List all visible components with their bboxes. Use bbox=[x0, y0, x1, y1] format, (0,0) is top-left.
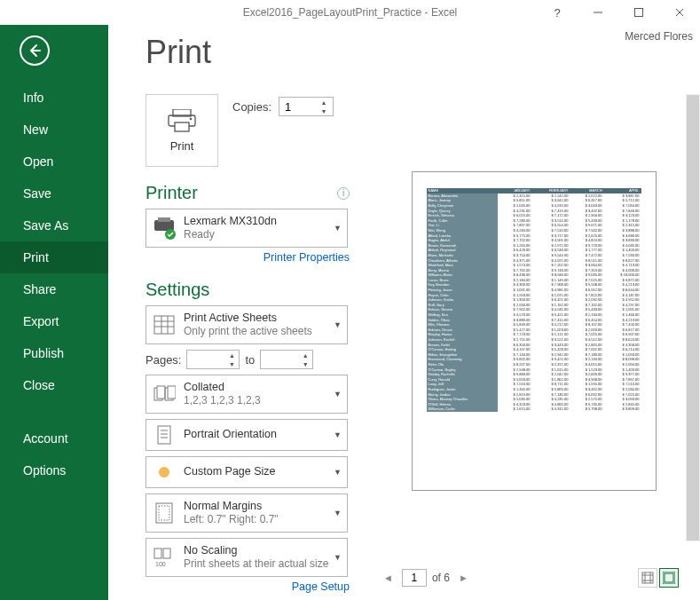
next-page-button[interactable]: ► bbox=[455, 572, 472, 583]
page-title: Print bbox=[146, 34, 700, 71]
printer-properties-link[interactable]: Printer Properties bbox=[146, 251, 350, 264]
spinner-up-icon[interactable]: ▲ bbox=[317, 98, 331, 107]
pagesize-line1: Custom Page Size bbox=[184, 465, 276, 479]
svg-rect-6 bbox=[175, 122, 189, 131]
sidebar-item-save[interactable]: Save bbox=[0, 178, 108, 209]
scaling-line1: No Scaling bbox=[184, 544, 328, 558]
portrait-icon bbox=[152, 422, 177, 447]
preview-page: NAMEJANUARYFEBRUARYMARCHAPRILBarnes, Ale… bbox=[412, 171, 657, 491]
backstage-sidebar: InfoNewOpenSaveSave AsPrintShareExportPu… bbox=[0, 25, 108, 600]
printer-status-icon bbox=[152, 216, 177, 241]
sidebar-item-print[interactable]: Print bbox=[0, 241, 108, 273]
svg-rect-30 bbox=[642, 572, 653, 583]
pages-label: Pages: bbox=[146, 353, 181, 367]
scrollbar-thumb[interactable] bbox=[687, 95, 699, 541]
help-button[interactable]: ? bbox=[537, 0, 578, 25]
chevron-down-icon: ▼ bbox=[334, 390, 342, 399]
print-preview-pane: NAMEJANUARYFEBRUARYMARCHAPRILBarnes, Ale… bbox=[362, 94, 700, 591]
sidebar-item-new[interactable]: New bbox=[0, 114, 108, 146]
sidebar-item-share[interactable]: Share bbox=[0, 273, 108, 305]
sidebar-item-publish[interactable]: Publish bbox=[0, 337, 108, 369]
chevron-down-icon: ▼ bbox=[334, 509, 342, 517]
printer-status: Ready bbox=[184, 228, 277, 241]
copies-label: Copies: bbox=[232, 100, 271, 114]
svg-rect-26 bbox=[159, 506, 169, 520]
pages-to-spinner[interactable]: ▲▼ bbox=[260, 350, 313, 369]
show-margins-button[interactable] bbox=[638, 568, 657, 588]
sidebar-item-options[interactable]: Options bbox=[0, 454, 108, 486]
svg-point-7 bbox=[190, 117, 193, 120]
printer-section-header: Printer bbox=[146, 183, 198, 203]
chevron-down-icon: ▼ bbox=[334, 468, 342, 477]
pages-to-input[interactable] bbox=[261, 353, 298, 367]
scaling-dropdown[interactable]: 100 No Scaling Print sheets at their act… bbox=[146, 538, 348, 577]
zoom-to-page-button[interactable] bbox=[659, 568, 679, 588]
page-number-input[interactable] bbox=[402, 569, 427, 587]
svg-rect-28 bbox=[163, 549, 170, 558]
margins-line2: Left: 0.7" Right: 0.7" bbox=[184, 513, 279, 526]
window-title: Excel2016_PageLayoutPrint_Practice - Exc… bbox=[243, 6, 457, 19]
scaling-icon: 100 bbox=[152, 545, 177, 570]
orientation-line1: Portrait Orientation bbox=[184, 428, 277, 442]
chevron-down-icon: ▼ bbox=[334, 320, 342, 329]
svg-rect-27 bbox=[154, 549, 161, 558]
copies-input[interactable] bbox=[279, 100, 317, 114]
svg-rect-17 bbox=[157, 386, 165, 399]
sidebar-item-account[interactable]: Account bbox=[0, 422, 108, 454]
svg-point-24 bbox=[159, 467, 169, 478]
sheets-icon bbox=[152, 312, 177, 337]
printer-name: Lexmark MX310dn bbox=[184, 215, 277, 229]
sidebar-item-save-as[interactable]: Save As bbox=[0, 209, 108, 241]
pages-from-input[interactable] bbox=[187, 353, 224, 367]
spinner-down-icon[interactable]: ▼ bbox=[317, 107, 331, 115]
close-button[interactable] bbox=[659, 0, 700, 25]
sidebar-item-export[interactable]: Export bbox=[0, 305, 108, 337]
print-button[interactable]: Print bbox=[146, 94, 218, 167]
scrollbar-vertical[interactable] bbox=[686, 94, 700, 541]
sidebar-item-close[interactable]: Close bbox=[0, 369, 108, 401]
collate-line1: Collated bbox=[184, 381, 261, 395]
back-button[interactable] bbox=[20, 36, 50, 66]
pages-from-spinner[interactable]: ▲▼ bbox=[186, 350, 240, 369]
chevron-down-icon: ▼ bbox=[334, 224, 342, 233]
minimize-button[interactable] bbox=[578, 0, 618, 25]
print-what-dropdown[interactable]: Print Active Sheets Only print the activ… bbox=[146, 305, 348, 344]
orientation-dropdown[interactable]: Portrait Orientation ▼ bbox=[146, 419, 348, 451]
pagesize-icon bbox=[152, 460, 177, 485]
printer-icon bbox=[168, 109, 196, 132]
svg-rect-20 bbox=[158, 426, 170, 444]
svg-rect-11 bbox=[154, 316, 174, 334]
print-button-label: Print bbox=[170, 139, 194, 153]
copies-spinner[interactable]: ▲▼ bbox=[279, 97, 334, 116]
page-count-label: of 6 bbox=[432, 572, 450, 584]
back-arrow-icon bbox=[27, 43, 43, 59]
print-what-line2: Only print the active sheets bbox=[184, 325, 312, 338]
chevron-down-icon: ▼ bbox=[334, 430, 342, 439]
sidebar-item-open[interactable]: Open bbox=[0, 146, 108, 178]
collate-icon bbox=[152, 382, 177, 407]
margins-icon bbox=[152, 501, 177, 525]
svg-rect-1 bbox=[635, 9, 643, 17]
settings-section-header: Settings bbox=[146, 280, 209, 300]
collate-dropdown[interactable]: Collated 1,2,3 1,2,3 1,2,3 ▼ bbox=[146, 375, 348, 414]
collate-line2: 1,2,3 1,2,3 1,2,3 bbox=[184, 394, 261, 407]
print-what-line1: Print Active Sheets bbox=[184, 312, 312, 326]
chevron-down-icon: ▼ bbox=[334, 553, 342, 562]
info-icon[interactable]: i bbox=[337, 187, 350, 200]
pagesize-dropdown[interactable]: Custom Page Size ▼ bbox=[146, 456, 348, 488]
svg-rect-9 bbox=[158, 217, 170, 222]
printer-dropdown[interactable]: Lexmark MX310dn Ready ▼ bbox=[146, 209, 348, 248]
margins-dropdown[interactable]: Normal Margins Left: 0.7" Right: 0.7" ▼ bbox=[146, 493, 348, 533]
maximize-button[interactable] bbox=[618, 0, 659, 25]
svg-text:100: 100 bbox=[155, 561, 166, 567]
margins-line1: Normal Margins bbox=[184, 500, 279, 514]
sidebar-item-info[interactable]: Info bbox=[0, 82, 108, 114]
page-setup-link[interactable]: Page Setup bbox=[146, 580, 350, 593]
prev-page-button[interactable]: ◄ bbox=[380, 572, 397, 583]
pages-to-label: to bbox=[245, 353, 255, 367]
scaling-line2: Print sheets at their actual size bbox=[184, 557, 328, 571]
svg-rect-19 bbox=[168, 386, 176, 399]
svg-rect-35 bbox=[665, 573, 673, 582]
